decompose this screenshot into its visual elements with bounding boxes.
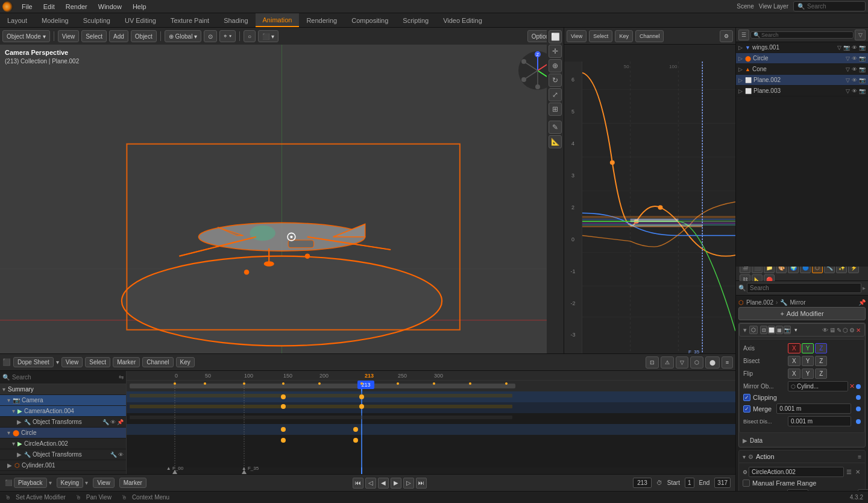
props-scene-icon[interactable]: 🎬 [740, 267, 750, 273]
object-menu[interactable]: Object [131, 30, 157, 42]
start-frame[interactable]: 1 [685, 478, 694, 488]
bisect-y-btn[interactable]: Y [802, 356, 814, 366]
bisect-dist-input[interactable]: 0.001 m [788, 416, 851, 426]
dope-channel-circle-action[interactable]: ▾ ▶ CircleAction.002 [0, 438, 126, 449]
filter-btn-1[interactable]: ▽ [855, 30, 866, 40]
select-box-tool[interactable]: ⬜ [549, 30, 562, 43]
modifier-tab-2[interactable]: ⬜ [768, 326, 775, 334]
viewport-3d[interactable]: Object Mode ▾ View Select Add Object ⊕ G… [0, 28, 564, 353]
manual-frame-range-checkbox[interactable] [743, 479, 750, 487]
bisect-z-btn[interactable]: Z [815, 356, 827, 366]
dope-channel-summary[interactable]: ▾ Summary [0, 384, 126, 395]
graph-select-menu[interactable]: Select [589, 30, 612, 42]
graph-key-menu[interactable]: Key [615, 30, 633, 42]
outliner-item-circle[interactable]: ▷ ⬤ Circle ▽ 👁 📷 [736, 53, 868, 64]
outliner-item-plane002[interactable]: ▷ ⬜ Plane.002 ▽ 👁 📷 [736, 75, 868, 86]
props-world-icon[interactable]: 🔵 [800, 267, 811, 273]
action-collapse-arrow[interactable]: ▾ [743, 454, 746, 460]
modifier-settings-icon[interactable]: ⚙ [849, 327, 855, 334]
tab-video-editing[interactable]: Video Editing [436, 13, 489, 27]
dope-marker-btn[interactable]: Marker [113, 357, 140, 367]
cursor-tool[interactable]: ✛ [549, 45, 562, 58]
props-physics-icon[interactable]: ⚡ [848, 267, 859, 273]
mirror-obj-input[interactable]: ⬡ Cylind... [788, 381, 848, 391]
graph-channel-menu[interactable]: Channel [635, 30, 664, 42]
add-menu[interactable]: Add [109, 30, 128, 42]
flip-x-btn[interactable]: X [788, 369, 800, 379]
outliner-search-box[interactable]: 🔍 Search [750, 31, 854, 39]
global-search[interactable]: 🔍 Search [793, 1, 866, 11]
tab-layout[interactable]: Layout [0, 13, 34, 27]
flip-z-btn[interactable]: Z [815, 369, 827, 379]
data-section[interactable]: ▶ Data [739, 435, 865, 446]
playback-mode-btn[interactable]: Playback [14, 478, 47, 488]
merge-value-input[interactable]: 0.001 m [776, 403, 851, 414]
props-particles-icon[interactable]: ✨ [836, 267, 847, 273]
menu-file[interactable]: File [17, 2, 37, 11]
view-playback-btn[interactable]: View [93, 478, 115, 488]
clipping-checkbox[interactable]: ✓ [743, 394, 750, 401]
add-modifier-btn[interactable]: + Add Modifier [738, 307, 866, 320]
dope-mode-selector[interactable]: ⬛ Dope Sheet ▾ [2, 357, 59, 367]
modifier-expand-icon[interactable]: ▾ [794, 327, 797, 333]
step-back-btn[interactable]: ◁ [365, 478, 376, 489]
props-object-icon[interactable]: ⬡ [812, 267, 823, 273]
step-forward-btn[interactable]: ▷ [403, 478, 414, 489]
action-browse-btn[interactable]: ☰ [845, 467, 853, 476]
modifier-editmode-icon[interactable]: ✎ [837, 327, 841, 334]
mirror-obj-clear[interactable]: ✕ [849, 382, 855, 390]
modifier-expand-arrow[interactable]: ▾ [743, 326, 747, 334]
tab-modeling[interactable]: Modeling [34, 13, 76, 27]
outliner-list-icon[interactable]: ☰ [738, 30, 749, 40]
dope-filter-icon[interactable]: ▽ [676, 356, 688, 369]
graph-editor[interactable]: View Select Key Channel ⚙ 6 5 4 3 2 0 [564, 28, 735, 353]
overlay-btn[interactable]: ○ [244, 30, 256, 42]
action-name-input[interactable]: CircleAction.002 [749, 467, 844, 477]
dope-key-btn[interactable]: Key [176, 357, 195, 367]
modifier-tab-3[interactable]: ▦ [776, 326, 783, 334]
dope-type-btn[interactable]: Dope Sheet [13, 357, 54, 367]
props-renderlayer-icon[interactable]: ⬛ [752, 267, 763, 273]
tab-texture-paint[interactable]: Texture Paint [163, 13, 216, 27]
dope-channel-obj-transforms-2[interactable]: ▶ 🔧 Object Transforms 🔧 👁 [0, 449, 126, 460]
object-mode-selector[interactable]: Object Mode ▾ [2, 30, 50, 42]
viewport-shading[interactable]: ⬛ ▾ [258, 30, 278, 42]
axis-y-btn[interactable]: Y [802, 343, 814, 353]
annotate-tool[interactable]: ✎ [549, 121, 562, 134]
proportional-edit[interactable]: ⊙ [204, 30, 217, 42]
marker-btn[interactable]: Marker [119, 478, 146, 488]
select-menu-viewport[interactable]: Select [81, 30, 107, 42]
axis-z-btn[interactable]: Z [815, 343, 827, 353]
dope-search-input[interactable] [12, 374, 116, 381]
action-unlink-btn[interactable]: ✕ [854, 467, 861, 476]
play-reverse-btn[interactable]: ◀ [378, 478, 389, 489]
dope-icon-3[interactable]: ⬡ [690, 356, 703, 369]
modifier-cage-icon[interactable]: ⬡ [843, 327, 848, 334]
modifier-tab-1[interactable]: ⊡ [760, 326, 767, 334]
measure-tool[interactable]: 📐 [549, 135, 562, 148]
props-search-input[interactable] [747, 283, 861, 293]
keying-btn[interactable]: Keying [57, 478, 84, 488]
play-btn[interactable]: ▶ [391, 478, 401, 489]
transform-global[interactable]: ⊕ Global ▾ [165, 30, 201, 42]
dope-channel-camera[interactable]: ▾ 📷 Camera [0, 395, 126, 406]
scale-tool[interactable]: ⤢ [549, 88, 562, 101]
bisect-x-btn[interactable]: X [788, 356, 800, 366]
dope-select-btn[interactable]: Select [85, 357, 110, 367]
tab-uv-editing[interactable]: UV Editing [118, 13, 163, 27]
tab-rendering[interactable]: Rendering [299, 13, 344, 27]
snap-tool[interactable]: ⌖ ▾ [219, 30, 236, 42]
dope-search-clear[interactable]: ⇆ [119, 374, 124, 381]
breadcrumb-pin[interactable]: 📌 [858, 299, 866, 306]
tab-shading[interactable]: Shading [216, 13, 255, 27]
dope-timeline[interactable]: 0 50 100 150 200 213 250 300 [127, 371, 735, 474]
dope-icon-2[interactable]: ⚠ [661, 356, 674, 369]
props-view-icon[interactable]: 🎨 [776, 267, 787, 273]
transform-tool[interactable]: ⊞ [549, 103, 562, 116]
current-frame-display[interactable]: 213 [633, 478, 652, 488]
tab-scripting[interactable]: Scripting [395, 13, 436, 27]
jump-to-start-btn[interactable]: ⏮ [353, 478, 363, 489]
dope-channel-circle[interactable]: ▾ ⬤ Circle [0, 428, 126, 438]
modifier-tab-4[interactable]: 📷 [784, 326, 791, 334]
rotate-tool[interactable]: ↻ [549, 74, 562, 87]
